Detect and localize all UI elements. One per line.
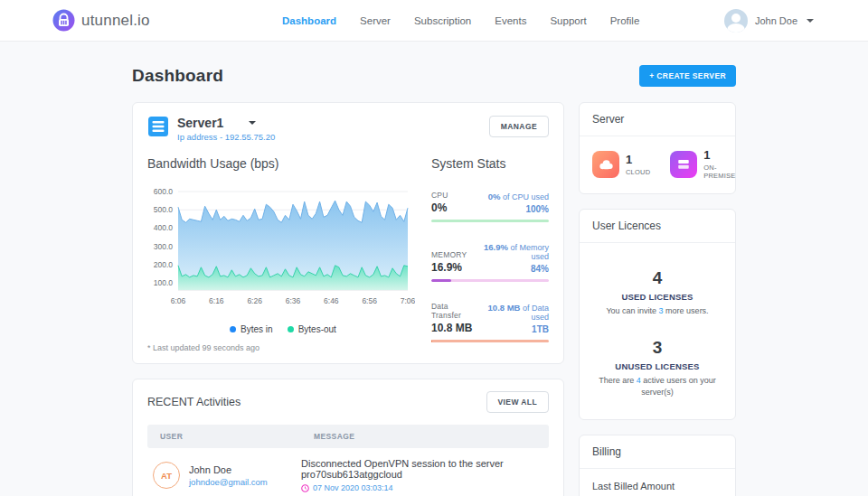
billing-card-title: Billing [580,435,735,469]
bytes-in-dot-icon [230,326,236,332]
recent-activities-card: RECENT Activities VIEW ALL USER MESSAGE … [132,379,564,496]
clock-icon [301,484,309,492]
svg-text:6:36: 6:36 [286,296,301,305]
billing-card: Billing Last Billed Amount $0.0 Forecast… [579,435,736,496]
nav-subscription[interactable]: Subscription [414,15,471,26]
top-navigation-bar: utunnel.io Dashboard Server Subscription… [0,0,868,42]
user-licences-card: User Licences 4 USED LICENSES You can in… [579,209,736,420]
used-licenses-count: 4 [590,268,724,288]
server-card-title: Server [580,103,735,136]
unused-licenses-note: There are 4 active users on your server(… [590,375,724,399]
used-licenses-block: 4 USED LICENSES You can invite 3 more us… [590,268,724,318]
app-logo[interactable]: utunnel.io [52,9,150,32]
svg-text:6:16: 6:16 [209,296,224,305]
legend-bytes-out: Bytes-out [288,324,336,334]
unused-licenses-label: UNUSED LICENSES [590,361,724,371]
utunnel-logo-icon [52,9,75,32]
user-avatar [724,9,748,33]
cpu-progress-bar [431,220,549,222]
stat-memory: MEMORY 16.9% 16.9% of Memory used 84% [431,242,549,282]
user-name: John Doe [755,15,797,26]
svg-text:400.0: 400.0 [154,223,174,232]
svg-text:100.0: 100.0 [154,278,174,287]
user-menu[interactable]: John Doe [724,9,814,33]
stat-cpu: CPU 0% 0% of CPU used 100% [431,191,549,222]
svg-text:6:46: 6:46 [324,296,339,305]
legend-bytes-in: Bytes in [230,324,273,334]
recent-activities-title: RECENT Activities [147,396,241,408]
bytes-out-dot-icon [288,326,294,332]
system-stats-title: System Stats [431,156,549,171]
server-icon [147,116,169,137]
svg-text:6:06: 6:06 [171,296,186,305]
svg-text:7:06: 7:06 [401,296,415,305]
svg-text:600.0: 600.0 [154,187,174,196]
bandwidth-title: Bandwidth Usage (bps) [147,156,419,171]
activity-timestamp: 07 Nov 2020 03:03:14 [313,483,393,492]
svg-text:300.0: 300.0 [154,242,174,251]
last-updated-note: * Last updated 99 seconds ago [147,343,419,352]
svg-text:200.0: 200.0 [154,260,174,269]
view-all-button[interactable]: VIEW ALL [486,391,550,413]
activities-table-header: USER MESSAGE [147,425,549,448]
server-name: Server1 [177,116,223,130]
nav-server[interactable]: Server [360,15,391,26]
onpremise-server-count: 1 ON-PREMISE [670,148,735,180]
svg-text:500.0: 500.0 [154,205,174,214]
svg-text:6:56: 6:56 [362,296,377,305]
cloud-icon [592,151,619,178]
last-billed-label: Last Billed Amount [592,481,722,491]
unused-licenses-count: 3 [590,338,724,358]
activity-row[interactable]: AT John Doe johndoe@gmail.com Disconnect… [147,448,549,496]
activity-avatar: AT [153,462,180,489]
nav-dashboard[interactable]: Dashboard [282,15,336,26]
column-message: MESSAGE [314,432,354,441]
activity-message: Disconnected OpenVPN session to the serv… [301,458,547,480]
used-licenses-note: You can invite 3 more users. [590,305,724,318]
memory-progress-bar [431,279,549,282]
stat-data-transfer: Data Transfer 10.8 MB 10.8 MB of Data us… [431,302,549,342]
used-licenses-label: USED LICENSES [590,292,724,302]
page-title: Dashboard [132,66,223,86]
activity-user-name: John Doe [189,464,268,475]
server-select-caret-icon[interactable] [249,121,256,125]
column-user: USER [160,432,314,441]
nav-support[interactable]: Support [550,15,586,26]
licences-card-title: User Licences [580,210,735,243]
create-server-button[interactable]: + CREATE SERVER [639,65,736,87]
unused-licenses-block: 3 UNUSED LICENSES There are 4 active use… [590,338,724,399]
nav-events[interactable]: Events [495,15,526,26]
activity-user-email[interactable]: johndoe@gmail.com [189,477,268,487]
chart-legend: Bytes in Bytes-out [147,324,419,334]
nav-profile[interactable]: Profile [610,15,640,26]
chevron-down-icon [807,19,814,23]
server-count-card: Server 1 CL [579,102,736,194]
server-overview-card: Server1 Ip address - 192.55.75.20 MANAGE… [132,102,564,364]
server-ip: Ip address - 192.55.75.20 [177,132,275,142]
svg-text:6:26: 6:26 [247,296,262,305]
main-nav: Dashboard Server Subscription Events Sup… [282,15,639,26]
logo-text: utunnel.io [81,12,150,30]
on-premise-server-icon [670,151,697,178]
data-transfer-progress-bar [431,340,549,342]
manage-button[interactable]: MANAGE [489,116,549,137]
cloud-server-count: 1 CLOUD [592,148,650,180]
bandwidth-chart: 100.0200.0300.0400.0500.0600.06:066:166:… [147,180,415,317]
